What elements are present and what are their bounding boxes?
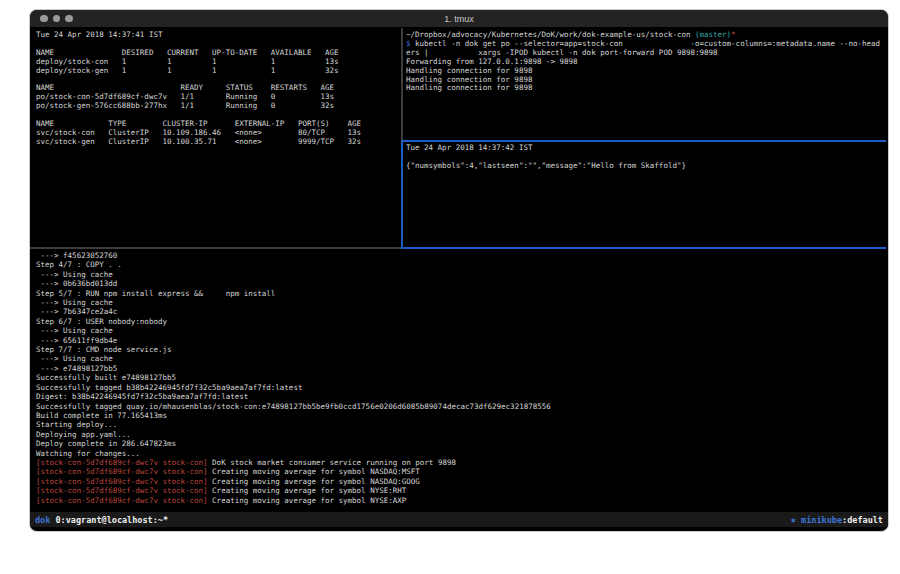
terminal-line: po/stock-gen-576cc688bb-277hx 1/1 Runnin…: [36, 102, 399, 111]
terminal-line: Build complete in 77.165413ms: [36, 411, 884, 420]
pane-border-bottom-right[interactable]: [401, 247, 886, 249]
tmux-content: Tue 24 Apr 2018 14:37:41 IST NAME DESIRE…: [30, 28, 888, 512]
terminal-line: Tue 24 Apr 2018 14:37:42 IST: [406, 144, 884, 153]
terminal-line: Step 4/7 : COPY . .: [36, 260, 884, 269]
pane-kubectl-watch[interactable]: Tue 24 Apr 2018 14:37:41 IST NAME DESIRE…: [36, 31, 399, 245]
tmux-session-name[interactable]: dok: [35, 515, 50, 525]
terminal-line: [stock-con-5d7df689cf-dwc7v stock-con] C…: [36, 467, 884, 476]
terminal-line: ---> 65611ff9db4e: [36, 336, 884, 345]
terminal-window: 1. tmux Tue 24 Apr 2018 14:37:41 IST NAM…: [30, 10, 888, 531]
terminal-line: ---> e74898127bb5: [36, 364, 884, 373]
terminal-line: svc/stock-gen ClusterIP 10.100.35.71 <no…: [36, 138, 399, 147]
terminal-line: Successfully tagged b38b42246945fd7f32c5…: [36, 383, 884, 392]
pane-service-response[interactable]: Tue 24 Apr 2018 14:37:42 IST {"numsymbol…: [406, 144, 884, 245]
pane-border-vertical-inactive[interactable]: [401, 28, 403, 140]
terminal-line: Tue 24 Apr 2018 14:37:41 IST: [36, 31, 399, 40]
pane-skaffold-build-log[interactable]: ---> f45623052760Step 4/7 : COPY . . ---…: [36, 251, 884, 509]
terminal-line: Watching for changes...: [36, 449, 884, 458]
terminal-line: Step 5/7 : RUN npm install express && np…: [36, 289, 884, 298]
terminal-line: ---> Using cache: [36, 270, 884, 279]
terminal-line: Starting deploy...: [36, 420, 884, 429]
terminal-line: [stock-con-5d7df689cf-dwc7v stock-con] C…: [36, 496, 884, 505]
terminal-line: deploy/stock-gen 1 1 1 1 32s: [36, 67, 399, 76]
traffic-lights: [40, 10, 73, 27]
kube-context: minikube: [801, 515, 842, 525]
status-left: dok 0:vagrant@localhost:~*: [35, 515, 168, 525]
pane-border-bottom-left[interactable]: [30, 247, 401, 249]
window-title: 1. tmux: [444, 14, 474, 24]
pane-port-forward[interactable]: ~/Dropbox/advocacy/Kubernetes/DoK/work/d…: [406, 31, 884, 139]
terminal-line: [stock-con-5d7df689cf-dwc7v stock-con] D…: [36, 458, 884, 467]
terminal-line: [stock-con-5d7df689cf-dwc7v stock-con] C…: [36, 486, 884, 495]
terminal-line: ---> f45623052760: [36, 251, 884, 260]
terminal-line: Digest: b38b42246945fd7f32c5ba9aea7af7fd…: [36, 392, 884, 401]
helm-icon: ⎈: [791, 515, 801, 525]
terminal-line: [stock-con-5d7df689cf-dwc7v stock-con] C…: [36, 477, 884, 486]
pane-border-vertical-active[interactable]: [401, 140, 403, 247]
terminal-line: ---> Using cache: [36, 354, 884, 363]
terminal-line: ---> 7b6347ce2a4c: [36, 307, 884, 316]
terminal-line: {"numsymbols":4,"lastseen":"","message":…: [406, 162, 884, 171]
terminal-line: Deploying app.yaml...: [36, 430, 884, 439]
pane-border-horizontal-right[interactable]: [401, 140, 886, 142]
terminal-line: Step 6/7 : USER nobody:nobody: [36, 317, 884, 326]
terminal-line: Step 7/7 : CMD node service.js: [36, 345, 884, 354]
terminal-line: Successfully built e74898127bb5: [36, 373, 884, 382]
minimize-button[interactable]: [53, 15, 61, 23]
terminal-line: ---> Using cache: [36, 326, 884, 335]
terminal-line: ---> Using cache: [36, 298, 884, 307]
terminal-line: ---> 0b636bd013dd: [36, 279, 884, 288]
titlebar: 1. tmux: [30, 10, 888, 28]
kube-context-indicator: ⎈ minikube :default: [791, 515, 883, 525]
zoom-button[interactable]: [65, 15, 73, 23]
kube-namespace: :default: [842, 515, 883, 525]
terminal-line: Handling connection for 9898: [406, 84, 884, 93]
tmux-window-label[interactable]: 0:vagrant@localhost:~*: [50, 515, 168, 525]
close-button[interactable]: [40, 15, 48, 23]
terminal-line: Successfully tagged quay.io/mhausenblas/…: [36, 402, 884, 411]
tmux-status-bar: dok 0:vagrant@localhost:~* ⎈ minikube :d…: [30, 512, 888, 527]
terminal-line: Deploy complete in 286.647823ms: [36, 439, 884, 448]
